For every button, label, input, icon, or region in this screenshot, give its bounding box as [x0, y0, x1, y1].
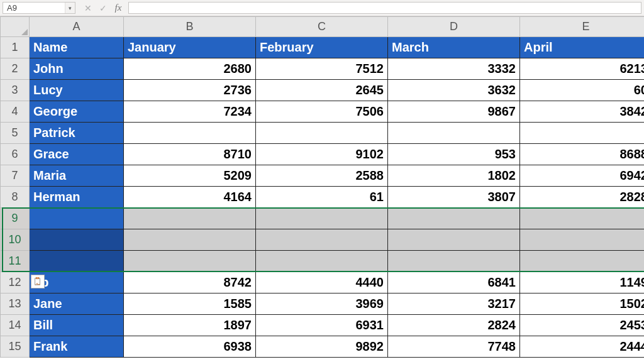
cell-B2[interactable]: 2680 [124, 58, 256, 80]
cell-C6[interactable]: 9102 [256, 144, 388, 165]
cell-E7[interactable]: 6942 [520, 165, 645, 187]
cell-C14[interactable]: 6931 [256, 315, 388, 336]
cell-C15[interactable]: 9892 [256, 336, 388, 358]
cell-D9[interactable] [388, 208, 520, 229]
cell-B3[interactable]: 2736 [124, 80, 256, 101]
cell-D15[interactable]: 7748 [388, 336, 520, 358]
row-header-5[interactable]: 5 [1, 123, 30, 144]
cell-B6[interactable]: 8710 [124, 144, 256, 165]
cell-C2[interactable]: 7512 [256, 58, 388, 80]
cell-A13[interactable]: Jane [30, 293, 124, 315]
row-header-4[interactable]: 4 [1, 101, 30, 123]
cell-B1[interactable]: January [124, 37, 256, 58]
cell-D1[interactable]: March [388, 37, 520, 58]
row-header-10[interactable]: 10 [1, 229, 30, 251]
column-header-A[interactable]: A [30, 17, 124, 37]
cell-D14[interactable]: 2824 [388, 315, 520, 336]
cell-D5[interactable] [388, 123, 520, 144]
cell-A14[interactable]: Bill [30, 315, 124, 336]
cell-A8[interactable]: Herman [30, 187, 124, 208]
cell-D13[interactable]: 3217 [388, 293, 520, 315]
cell-A1[interactable]: Name [30, 37, 124, 58]
cell-C1[interactable]: February [256, 37, 388, 58]
row-header-2[interactable]: 2 [1, 58, 30, 80]
cell-C3[interactable]: 2645 [256, 80, 388, 101]
formula-input[interactable] [128, 2, 641, 14]
row-header-13[interactable]: 13 [1, 293, 30, 315]
cell-E4[interactable]: 3842 [520, 101, 645, 123]
cell-B8[interactable]: 4164 [124, 187, 256, 208]
cell-C8[interactable]: 61 [256, 187, 388, 208]
cell-D2[interactable]: 3332 [388, 58, 520, 80]
cell-E10[interactable] [520, 229, 645, 251]
cell-B12[interactable]: 8742 [124, 272, 256, 293]
cell-A15[interactable]: Frank [30, 336, 124, 358]
cell-D10[interactable] [388, 229, 520, 251]
cell-E3[interactable]: 60 [520, 80, 645, 101]
cell-C11[interactable] [256, 251, 388, 272]
cell-D6[interactable]: 953 [388, 144, 520, 165]
cell-E5[interactable] [520, 123, 645, 144]
cell-A4[interactable]: George [30, 101, 124, 123]
column-header-B[interactable]: B [124, 17, 256, 37]
spreadsheet[interactable]: ABCDE 1NameJanuaryFebruaryMarchApril2Joh… [0, 16, 644, 358]
cell-A10[interactable] [30, 229, 124, 251]
cell-B9[interactable] [124, 208, 256, 229]
row-header-11[interactable]: 11 [1, 251, 30, 272]
cell-A11[interactable] [30, 251, 124, 272]
cell-B14[interactable]: 1897 [124, 315, 256, 336]
name-box-value[interactable]: A9 [3, 3, 65, 13]
cell-D7[interactable]: 1802 [388, 165, 520, 187]
cell-E14[interactable]: 2453 [520, 315, 645, 336]
cell-B7[interactable]: 5209 [124, 165, 256, 187]
row-header-3[interactable]: 3 [1, 80, 30, 101]
column-header-E[interactable]: E [520, 17, 645, 37]
name-box[interactable]: A9 ▾ [3, 2, 75, 14]
cell-C9[interactable] [256, 208, 388, 229]
cell-E2[interactable]: 6213 [520, 58, 645, 80]
cell-D3[interactable]: 3632 [388, 80, 520, 101]
cell-B15[interactable]: 6938 [124, 336, 256, 358]
cell-E1[interactable]: April [520, 37, 645, 58]
cell-D8[interactable]: 3807 [388, 187, 520, 208]
cell-A9[interactable] [30, 208, 124, 229]
cell-C13[interactable]: 3969 [256, 293, 388, 315]
cell-A5[interactable]: Patrick [30, 123, 124, 144]
cell-D4[interactable]: 9867 [388, 101, 520, 123]
cell-A2[interactable]: John [30, 58, 124, 80]
cell-E11[interactable] [520, 251, 645, 272]
row-header-7[interactable]: 7 [1, 165, 30, 187]
cell-C4[interactable]: 7506 [256, 101, 388, 123]
cell-D11[interactable] [388, 251, 520, 272]
row-header-14[interactable]: 14 [1, 315, 30, 336]
cell-E9[interactable] [520, 208, 645, 229]
fx-icon[interactable]: fx [113, 3, 123, 13]
row-header-15[interactable]: 15 [1, 336, 30, 358]
cell-E15[interactable]: 2444 [520, 336, 645, 358]
row-header-1[interactable]: 1 [1, 37, 30, 58]
cell-E6[interactable]: 8688 [520, 144, 645, 165]
cell-B5[interactable] [124, 123, 256, 144]
cell-B10[interactable] [124, 229, 256, 251]
select-all-corner[interactable] [1, 17, 30, 37]
cell-E13[interactable]: 1502 [520, 293, 645, 315]
cell-C10[interactable] [256, 229, 388, 251]
row-header-8[interactable]: 8 [1, 187, 30, 208]
cell-B13[interactable]: 1585 [124, 293, 256, 315]
cell-B4[interactable]: 7234 [124, 101, 256, 123]
cell-C7[interactable]: 2588 [256, 165, 388, 187]
cell-A6[interactable]: Grace [30, 144, 124, 165]
cell-B11[interactable] [124, 251, 256, 272]
cell-D12[interactable]: 6841 [388, 272, 520, 293]
cell-A3[interactable]: Lucy [30, 80, 124, 101]
cell-C12[interactable]: 4440 [256, 272, 388, 293]
cell-A7[interactable]: Maria [30, 165, 124, 187]
row-header-9[interactable]: 9 [1, 208, 30, 229]
cell-E12[interactable]: 1149 [520, 272, 645, 293]
row-header-12[interactable]: 12 [1, 272, 30, 293]
row-header-6[interactable]: 6 [1, 144, 30, 165]
paste-options-icon[interactable] [31, 275, 45, 288]
column-header-C[interactable]: C [256, 17, 388, 37]
name-box-dropdown[interactable]: ▾ [65, 3, 75, 13]
cell-E8[interactable]: 2828 [520, 187, 645, 208]
